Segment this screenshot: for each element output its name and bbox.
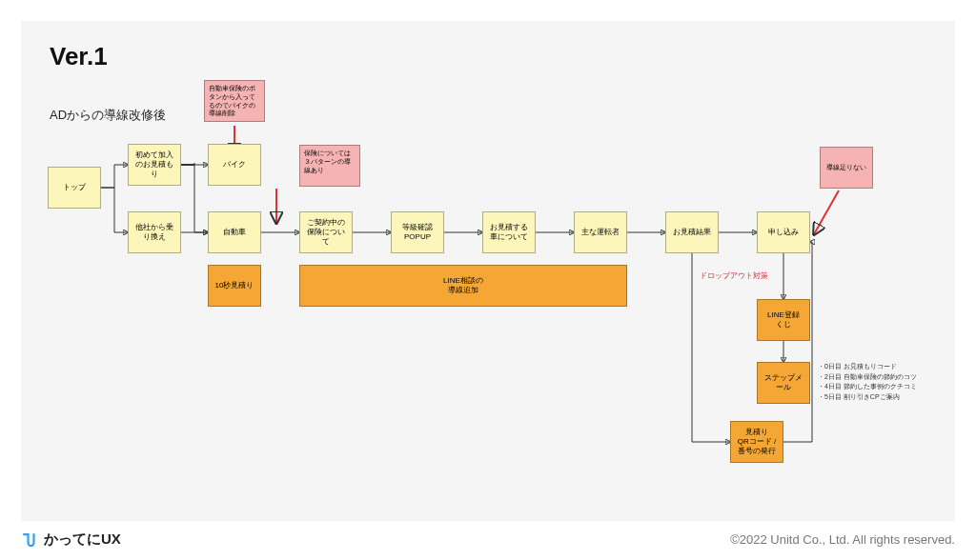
node-quote-result: お見積結果 [665,211,719,253]
note-three-pattern: 保険については３パターンの導線あり [299,145,360,187]
note-bike-remove: 自動車保険のボタンから入ってるのでバイクの導線削除 [204,80,265,122]
copyright: ©2022 Unitd Co., Ltd. All rights reserve… [730,532,955,547]
slide: Ver.1 ADからの導線改修後 [0,0,976,560]
node-quote-car: お見積する車について [482,211,536,253]
node-bike: バイク [208,144,261,186]
node-top: トップ [48,167,101,209]
bullet-item: ・4日目 節約した事例のクチコミ [818,382,917,392]
node-ten-sec: 10秒見積り [208,265,261,307]
node-first-quote: 初めて加入のお見積もり [128,144,181,186]
dropout-label: ドロップアウト対策 [700,270,768,281]
node-line-lottery: LINE登録 くじ [757,299,810,341]
diagram-canvas: Ver.1 ADからの導線改修後 [21,21,955,521]
node-contract-ins: ご契約中の保険について [299,211,353,253]
svg-line-2 [814,190,839,234]
node-step-mail: ステップメール [757,362,810,404]
brand-logo-icon [21,531,38,549]
brand: かってにUX [21,530,121,549]
step-mail-bullets: ・0日目 お見積もりコード ・2日目 自動車保険の節約のコツ ・4日目 節約した… [818,362,917,402]
page-subtitle: ADからの導線改修後 [50,107,166,124]
note-not-enough: 導線足りない [820,147,873,189]
node-qr-issue: 見積り QRコード / 番号の発行 [730,421,783,463]
node-switch-other: 他社から乗り換え [128,211,181,253]
node-car: 自動車 [208,211,261,253]
bullet-item: ・0日目 お見積もりコード [818,362,917,372]
page-title: Ver.1 [50,42,108,71]
brand-text: かってにUX [44,530,121,549]
node-line-add: LINE相談の 導線追加 [299,265,627,307]
node-apply: 申し込み [757,211,810,253]
node-main-driver: 主な運転者 [574,211,627,253]
footer: かってにUX ©2022 Unitd Co., Ltd. All rights … [0,521,976,560]
bullet-item: ・5日目 割り引きCPご案内 [818,392,917,403]
bullet-item: ・2日目 自動車保険の節約のコツ [818,372,917,383]
node-grade-popup: 等級確認POPUP [391,211,444,253]
